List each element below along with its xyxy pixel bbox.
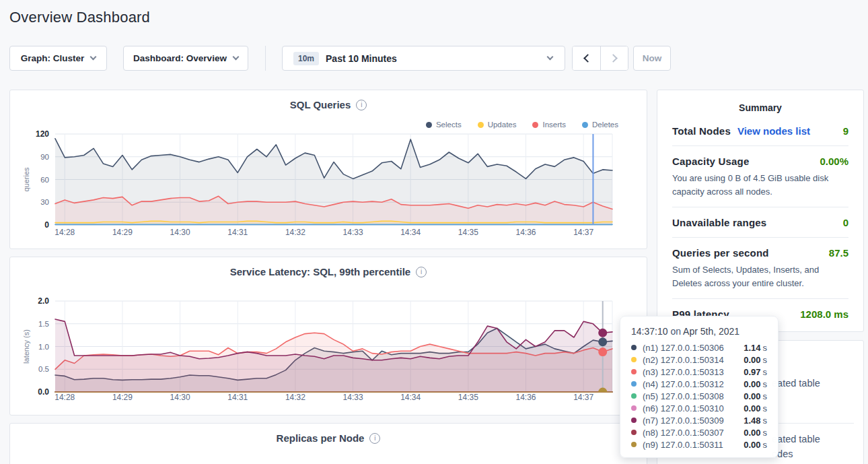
chevron-down-icon [232, 54, 239, 61]
tooltip-node-value: 0.00 [744, 428, 760, 438]
tooltip-node-value: 0.00 [744, 391, 760, 401]
tooltip-node-label: (n9) 127.0.0.1:50311 [643, 440, 744, 450]
event-text-fragment: eated table [772, 378, 820, 389]
summary-item-value: 9 [843, 125, 848, 137]
summary-item-value: 0.00% [820, 156, 848, 167]
svg-text:90: 90 [40, 153, 49, 161]
svg-text:0: 0 [44, 220, 49, 230]
tooltip-node-row: (n4) 127.0.0.1:503120.00s [631, 378, 767, 390]
summary-item: Unavailable ranges0 [672, 207, 848, 238]
chart-title-row: SQL Queries i [10, 99, 647, 110]
svg-text:latency (s): latency (s) [22, 329, 30, 364]
tooltip-value-unit: s [763, 355, 768, 365]
summary-item-description: You are using 0 B of 4.5 GiB usable disk… [672, 172, 848, 198]
tooltip-node-label: (n6) 127.0.0.1:50310 [643, 403, 744, 413]
svg-text:14:37: 14:37 [573, 228, 593, 237]
svg-text:14:32: 14:32 [285, 228, 305, 237]
svg-text:14:31: 14:31 [227, 228, 248, 237]
time-range-dropdown[interactable]: 10m Past 10 Minutes [282, 46, 565, 71]
tooltip-value-unit: s [763, 403, 768, 413]
summary-item: Capacity Usage0.00%You are using 0 B of … [672, 146, 848, 207]
tooltip-timestamp: 14:37:10 on Apr 5th, 2021 [631, 326, 767, 337]
info-icon[interactable]: i [356, 100, 367, 110]
node-color-dot [631, 381, 637, 387]
svg-text:14:36: 14:36 [516, 393, 536, 402]
tooltip-rows: (n1) 127.0.0.1:503061.14s(n2) 127.0.0.1:… [631, 341, 767, 451]
summary-panel: Summary Total NodesView nodes list9Capac… [657, 90, 864, 332]
chevron-down-icon [547, 54, 554, 61]
svg-text:14:30: 14:30 [170, 228, 190, 237]
tooltip-value-unit: s [763, 343, 768, 353]
svg-text:0.5: 0.5 [38, 365, 49, 373]
chart-hover-tooltip: 14:37:10 on Apr 5th, 2021 (n1) 127.0.0.1… [620, 316, 779, 458]
graph-dropdown-label: Graph: Cluster [21, 53, 85, 63]
chart-title-row: Service Latency: SQL, 99th percentile i [10, 266, 647, 277]
overview-dashboard-page: Overview Dashboard Graph: Cluster Dashbo… [0, 0, 868, 464]
svg-text:14:28: 14:28 [55, 228, 75, 237]
svg-text:14:30: 14:30 [170, 393, 190, 402]
tooltip-node-value: 0.00 [744, 440, 760, 450]
svg-text:14:35: 14:35 [458, 228, 478, 237]
svg-text:60: 60 [40, 176, 49, 184]
dashboard-dropdown[interactable]: Dashboard: Overview [123, 46, 248, 71]
time-next-button[interactable] [600, 46, 628, 70]
summary-item-label: Queries per second [672, 247, 769, 259]
summary-item-label: Capacity Usage [672, 156, 750, 167]
node-color-dot [631, 405, 637, 411]
time-prev-button[interactable] [573, 46, 600, 70]
tooltip-node-row: (n6) 127.0.0.1:503100.00s [631, 402, 767, 414]
summary-item-value: 1208.0 ms [800, 308, 848, 320]
tooltip-value-unit: s [763, 428, 768, 438]
service-latency-chart[interactable]: 0.00.51.01.52.014:2814:2914:3014:3114:32… [11, 288, 647, 412]
summary-item-value: 0 [843, 217, 848, 228]
chevron-right-icon [609, 54, 618, 63]
summary-item: Queries per second87.5Sum of Selects, Up… [672, 238, 848, 299]
tooltip-node-row: (n3) 127.0.0.1:503130.97s [631, 366, 767, 378]
dashboard-dropdown-label: Dashboard: Overview [133, 53, 227, 63]
node-color-dot [631, 345, 637, 350]
tooltip-node-row: (n7) 127.0.0.1:503091.48s [631, 414, 767, 426]
node-color-dot [631, 418, 637, 423]
svg-text:14:29: 14:29 [112, 393, 133, 402]
svg-text:14:33: 14:33 [343, 228, 363, 237]
node-color-dot [631, 369, 637, 374]
svg-text:14:32: 14:32 [285, 393, 305, 402]
time-range-label: Past 10 Minutes [326, 53, 397, 64]
info-icon[interactable]: i [369, 433, 380, 444]
time-nav-group [572, 46, 628, 71]
tooltip-node-label: (n1) 127.0.0.1:50306 [643, 343, 744, 353]
tooltip-node-value: 1.48 [744, 416, 760, 426]
tooltip-node-label: (n7) 127.0.0.1:50309 [643, 416, 744, 426]
svg-text:14:33: 14:33 [343, 393, 363, 402]
summary-item-label: Unavailable ranges [672, 217, 766, 228]
tooltip-value-unit: s [763, 416, 768, 426]
now-button[interactable]: Now [633, 46, 671, 71]
svg-text:14:36: 14:36 [516, 228, 536, 237]
tooltip-node-row: (n5) 127.0.0.1:503080.00s [631, 390, 767, 402]
svg-text:14:34: 14:34 [400, 393, 421, 402]
node-color-dot [631, 430, 637, 435]
svg-text:14:29: 14:29 [112, 228, 133, 237]
svg-text:14:35: 14:35 [458, 393, 478, 402]
tooltip-node-value: 0.00 [744, 403, 760, 413]
summary-item-description: Sum of Selects, Updates, Inserts, and De… [672, 263, 848, 290]
view-nodes-list-link[interactable]: View nodes list [737, 125, 810, 137]
page-title: Overview Dashboard [9, 9, 150, 26]
info-icon[interactable]: i [416, 267, 427, 277]
svg-text:14:28: 14:28 [55, 393, 75, 402]
tooltip-node-label: (n5) 127.0.0.1:50308 [643, 391, 744, 401]
svg-text:14:34: 14:34 [400, 228, 421, 237]
svg-text:2.0: 2.0 [38, 296, 49, 306]
graph-dropdown[interactable]: Graph: Cluster [9, 46, 107, 71]
tooltip-node-row: (n1) 127.0.0.1:503061.14s [631, 341, 767, 354]
tooltip-node-label: (n3) 127.0.0.1:50313 [643, 367, 744, 377]
tooltip-value-unit: s [763, 391, 768, 401]
svg-text:120: 120 [36, 129, 49, 139]
svg-text:queries: queries [22, 167, 30, 192]
sql-queries-chart[interactable]: 030609012014:2814:2914:3014:3114:3214:33… [11, 125, 647, 249]
summary-item-label: Total Nodes [672, 125, 731, 137]
tooltip-node-label: (n2) 127.0.0.1:50314 [643, 355, 744, 365]
tooltip-node-row: (n2) 127.0.0.1:503140.00s [631, 354, 767, 366]
summary-item-value: 87.5 [829, 247, 848, 259]
service-latency-chart-panel: Service Latency: SQL, 99th percentile i … [9, 257, 647, 416]
